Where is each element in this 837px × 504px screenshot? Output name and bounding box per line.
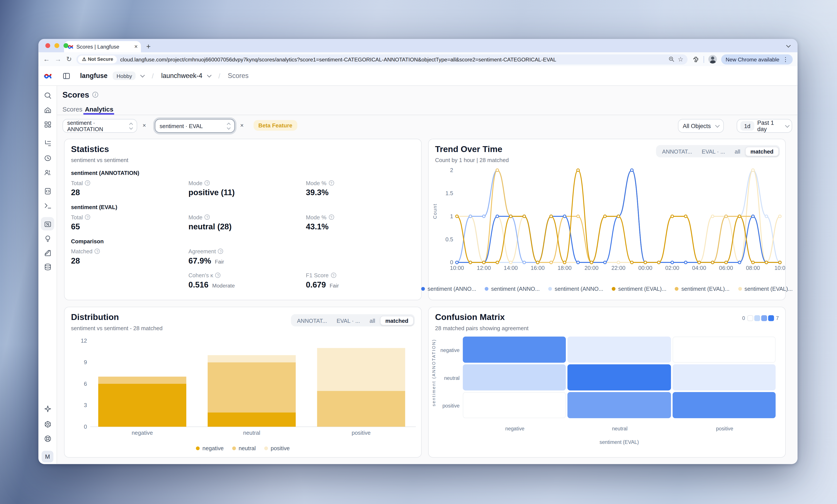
confusion-cell-negative-negative[interactable] (463, 336, 566, 363)
reload-icon[interactable]: ↻ (66, 56, 72, 63)
toggle-option-annotat[interactable]: ANNOTAT... (657, 147, 697, 155)
tab-analytics[interactable]: Analytics (85, 106, 113, 113)
breadcrumb-project[interactable]: launchweek-4 (161, 72, 202, 79)
scores-icon[interactable] (43, 220, 52, 228)
score1-select[interactable]: sentiment · ANNOTATION (63, 119, 137, 133)
distribution-title: Distribution (71, 313, 119, 322)
maximize-window-button[interactable] (64, 43, 68, 48)
statistics-card: Statistics sentiment vs sentiment sentim… (64, 139, 422, 300)
tracing-icon[interactable] (43, 139, 52, 147)
whats-new-icon[interactable] (43, 404, 52, 413)
legend-item[interactable]: neutral (232, 445, 256, 451)
help-icon[interactable]: ? (215, 273, 220, 278)
info-icon[interactable]: i (92, 92, 98, 98)
help-icon[interactable]: ? (328, 214, 334, 220)
project-chevron-icon[interactable] (207, 73, 212, 77)
security-chip[interactable]: ⚠Not Secure (78, 55, 117, 63)
confusion-cell-neutral-positive[interactable] (673, 365, 776, 391)
org-chevron-icon[interactable] (140, 73, 145, 77)
help-icon[interactable]: ? (218, 248, 223, 254)
help-icon[interactable]: ? (328, 180, 334, 186)
remove-score2-icon[interactable]: × (240, 122, 244, 129)
legend-item[interactable]: sentiment (EVAL)... (738, 285, 793, 292)
toggle-option-annotat[interactable]: ANNOTAT... (292, 316, 332, 324)
toggle-option-all[interactable]: all (730, 147, 745, 155)
svg-text:20:00: 20:00 (585, 265, 599, 271)
legend-dot (485, 287, 488, 290)
brand-name[interactable]: langfuse (80, 72, 107, 79)
new-tab-button[interactable]: + (146, 42, 150, 51)
remove-score1-icon[interactable]: × (143, 122, 146, 129)
toggle-option-matched[interactable]: matched (745, 146, 779, 156)
minimize-window-button[interactable] (54, 43, 59, 48)
url-text[interactable]: cloud.langfuse.com/project/cmhnuoj660007… (120, 56, 665, 62)
confusion-row-label: positive (430, 403, 460, 409)
svg-text:6: 6 (84, 381, 87, 387)
help-icon[interactable]: ? (205, 214, 210, 220)
help-icon[interactable]: ? (94, 248, 100, 254)
tab-search-chevron-icon[interactable] (785, 42, 792, 50)
legend-item[interactable]: sentiment (EVAL)... (675, 285, 730, 292)
score2-select[interactable]: sentiment · EVAL (155, 119, 235, 133)
bar-segment-negative-negative (98, 384, 186, 427)
toggle-option-all[interactable]: all (365, 316, 380, 324)
browser-toolbar: ← → ↻ ⚠Not Secure cloud.langfuse.com/pro… (38, 52, 797, 66)
confusion-cell-neutral-neutral[interactable] (568, 365, 671, 391)
sidebar-toggle-icon[interactable] (63, 72, 71, 80)
legend-item[interactable]: sentiment (ANNO... (485, 285, 540, 292)
confusion-cell-negative-positive[interactable] (673, 336, 776, 363)
legend-item[interactable]: negative (196, 445, 224, 451)
user-avatar[interactable]: M (42, 451, 53, 462)
legend-item[interactable]: sentiment (EVAL)... (612, 285, 666, 292)
settings-gear-icon[interactable] (43, 420, 52, 428)
object-type-select[interactable]: All Objects (678, 119, 724, 133)
confusion-cell-positive-negative[interactable] (463, 392, 566, 418)
zoom-page-icon[interactable] (668, 56, 674, 62)
trend-subtitle: Count by 1 hour | 28 matched (435, 157, 509, 163)
help-icon[interactable]: ? (205, 180, 210, 186)
toggle-option-matched[interactable]: matched (380, 316, 414, 325)
home-icon[interactable] (43, 106, 52, 114)
update-chrome-button[interactable]: New Chrome available ⋮ (722, 54, 793, 64)
forward-icon[interactable]: → (55, 56, 61, 63)
toggle-option-eval[interactable]: EVAL · ... (697, 147, 730, 155)
confusion-grid (463, 336, 776, 418)
legend-item[interactable]: sentiment (ANNO... (421, 285, 476, 292)
dashboards-icon[interactable] (43, 120, 52, 129)
confusion-cell-neutral-negative[interactable] (463, 365, 566, 391)
metric-value: 28 (71, 256, 80, 265)
tab-scores[interactable]: Scores (63, 106, 83, 113)
window-controls (45, 43, 68, 48)
search-icon[interactable] (43, 91, 52, 100)
help-icon[interactable]: ? (331, 273, 336, 278)
datasets-icon[interactable] (43, 262, 52, 271)
extensions-icon[interactable] (693, 56, 699, 63)
confusion-subtitle: 28 matched pairs showing agreement (435, 325, 529, 331)
back-icon[interactable]: ← (43, 56, 50, 63)
sessions-icon[interactable] (43, 153, 52, 162)
tab-close-icon[interactable]: × (134, 44, 138, 50)
date-range-select[interactable]: 1d Past 1 day (737, 119, 792, 133)
confusion-cell-positive-neutral[interactable] (568, 392, 671, 418)
url-bar[interactable]: ⚠Not Secure cloud.langfuse.com/project/c… (76, 54, 688, 64)
bookmark-star-icon[interactable]: ☆ (678, 56, 683, 63)
legend-item[interactable]: sentiment (ANNO... (548, 285, 603, 292)
annotation-icon[interactable] (43, 248, 52, 257)
help-icon[interactable]: ? (85, 180, 90, 186)
playground-icon[interactable] (43, 201, 52, 209)
legend-item[interactable]: positive (264, 445, 290, 451)
close-window-button[interactable] (45, 43, 50, 48)
users-icon[interactable] (43, 168, 52, 176)
evaluation-icon[interactable] (43, 234, 52, 243)
confusion-cell-negative-neutral[interactable] (568, 336, 671, 363)
prompts-icon[interactable] (43, 187, 52, 195)
support-icon[interactable] (43, 434, 52, 443)
confusion-cell-positive-positive[interactable] (673, 392, 776, 418)
browser-tab[interactable]: Scores | Langfuse × (64, 41, 141, 52)
profile-avatar[interactable] (709, 55, 717, 63)
plan-badge[interactable]: Hobby (113, 71, 136, 80)
toggle-option-eval[interactable]: EVAL · ... (332, 316, 365, 324)
kebab-menu-icon[interactable]: ⋮ (783, 56, 788, 63)
svg-text:18:00: 18:00 (557, 265, 571, 271)
help-icon[interactable]: ? (85, 214, 90, 220)
